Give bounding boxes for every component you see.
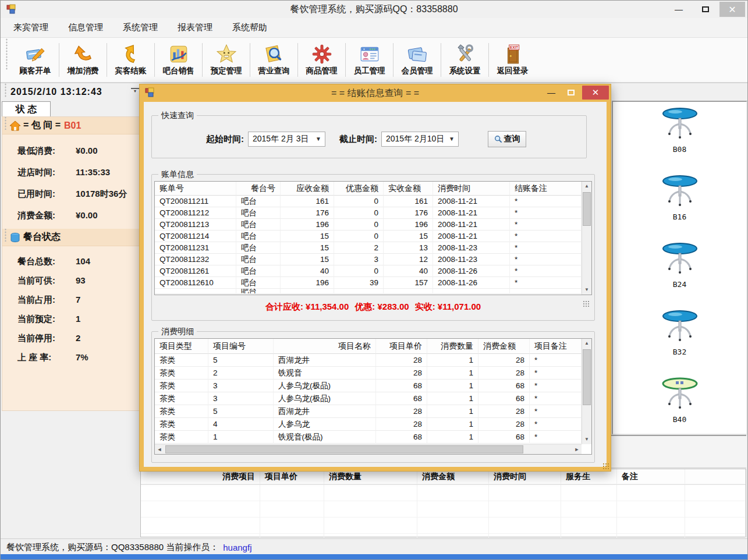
bill-row[interactable]: QT2008112610吧台196391572008-11-26* [155,277,582,289]
column-header[interactable]: 项目名称 [274,339,376,354]
clock-grip[interactable] [4,83,7,97]
dialog-minimize-button[interactable]: — [543,86,560,100]
column-header[interactable]: 消费金额 [478,339,530,354]
menu-item[interactable]: 报表管理 [178,22,212,33]
table-item-b32[interactable]: B32 [613,304,746,372]
column-header[interactable]: 项目单价 [376,339,427,354]
tab-status[interactable]: 状 态 [2,101,51,117]
field-value: 11:35:33 [76,167,110,178]
end-date-picker[interactable]: 2015年 2月10日 ▼ [381,132,459,147]
toolbar-button-add-consume[interactable]: 增加消费 [59,40,107,80]
toolbar-button-bar-sales[interactable]: 吧台销售 [155,40,202,80]
menu-item[interactable]: 信息管理 [68,22,103,33]
toolbar-button-system-settings[interactable]: 系统设置 [441,40,488,80]
resize-grip[interactable] [583,300,590,307]
bill-row[interactable]: QT200811214吧台150152008-11-21* [155,231,582,242]
status-field-row: 消费金额: ¥0.00 [2,205,139,226]
toolbar-button-goods-manage[interactable]: 商品管理 [298,40,345,80]
column-header[interactable]: 项目编号 [208,339,274,354]
column-header[interactable]: 备注 [617,469,685,484]
maximize-button[interactable] [693,2,718,17]
toolbar-button-staff-manage[interactable]: 员工管理 [346,40,393,80]
statusbar: 餐饮管理系统，购买源码：QQ83358880 当前操作员： huangfj [1,538,747,556]
toolbar-grip[interactable] [5,38,8,70]
field-label: 当前预定: [17,314,65,325]
details-horizontal-scrollbar[interactable]: ◄ ► [155,444,582,454]
scroll-left-icon[interactable]: ◄ [155,445,164,454]
goods-manage-icon [311,44,332,65]
scroll-up-icon[interactable]: ▲ [582,339,591,348]
bills-group-title: 账单信息 [158,169,197,180]
scrollbar-thumb[interactable] [165,445,523,453]
column-header[interactable]: 实收金额 [384,182,433,196]
table-item-b16[interactable]: B16 [613,169,746,237]
menu-item[interactable]: 来宾管理 [13,22,48,33]
bar-sales-icon [168,44,189,65]
details-vertical-scrollbar[interactable]: ▲ ▼ [582,339,591,444]
home-icon [9,120,21,132]
minimize-button[interactable]: — [666,2,692,17]
toolbar-button-guest-checkout[interactable]: 宾客结账 [107,40,154,80]
menu-item[interactable]: 系统帮助 [232,22,267,33]
table-item-b24[interactable]: B24 [613,237,746,304]
detail-row[interactable]: 茶类4人参乌龙28128* [155,418,582,431]
reservation-icon [216,44,237,65]
field-value: 104 [76,256,90,267]
total-due: 合计应收: ¥11,354.00 [265,302,349,313]
column-header[interactable]: 项目类型 [155,339,208,354]
column-header[interactable] [685,469,746,484]
column-header[interactable]: 应收金额 [281,182,334,196]
discount-total: 优惠: ¥283.00 [354,302,409,313]
scroll-up-icon[interactable]: ▲ [582,182,591,191]
scroll-right-icon[interactable]: ► [572,445,582,454]
field-label: 最低消费: [17,146,65,157]
detail-row[interactable]: 茶类5西湖龙井28128* [155,405,582,418]
bill-row[interactable]: QT200811212吧台17601762008-11-21* [155,207,582,219]
dialog-title: = = 结账信息查询 = = [140,87,611,100]
dialog-titlebar[interactable]: = = 结账信息查询 = = — ✕ [140,84,611,102]
bill-row[interactable]: QT200811232吧台153122008-11-23* [155,254,582,265]
toolbar-overflow-button[interactable]: ▾ [131,88,139,97]
column-header[interactable]: 项目备注 [530,339,582,354]
dialog-maximize-button[interactable] [562,86,580,100]
menu-item[interactable]: 系统管理 [123,22,158,33]
column-header[interactable]: 消费数量 [427,339,478,354]
round-table-icon [658,242,702,279]
detail-row[interactable]: 茶类2铁观音28128* [155,367,582,380]
detail-row[interactable]: 茶类3人参乌龙(极品)68168* [155,392,582,405]
detail-row[interactable]: 茶类3人参乌龙(极品)68168* [155,380,582,392]
dialog-maximize-icon [568,90,575,95]
query-button[interactable]: 查询 [488,131,526,147]
table-item-b08[interactable]: B08 [613,102,746,169]
table-item-b40[interactable]: B40 [613,372,746,440]
scroll-down-icon[interactable]: ▼ [582,285,591,295]
toolbar-button-reservation[interactable]: 预定管理 [203,40,250,80]
bills-vertical-scrollbar[interactable]: ▲ ▼ [582,182,591,295]
column-header[interactable]: 账单号 [155,182,236,196]
scroll-down-icon[interactable]: ▼ [582,435,591,444]
toolbar-button-business-query[interactable]: 营业查询 [250,40,297,80]
close-button[interactable]: ✕ [719,2,745,17]
dialog-resize-grip[interactable] [602,463,609,470]
scrollbar-thumb[interactable] [583,192,591,226]
column-header[interactable]: 消费时间 [433,182,510,196]
guest-checkout-icon [120,44,141,65]
field-label: 餐台总数: [17,256,65,267]
bill-row[interactable]: QT200811213吧台19601962008-11-21* [155,219,582,231]
column-header[interactable]: 餐台号 [236,182,281,196]
toolbar-button-open-order[interactable]: 顾客开单 [12,40,59,80]
scrollbar-thumb[interactable] [583,349,591,405]
toolbar-button-logout[interactable]: EXIT 返回登录 [489,40,536,80]
bill-row[interactable]: QT200811231吧台152132008-11-23* [155,242,582,254]
toolbar-button-member-manage[interactable]: 会员管理 [394,40,441,80]
bills-table-rows: QT200811211吧台16101612008-11-21* QT200811… [155,196,582,289]
dialog-close-button[interactable]: ✕ [582,86,609,100]
detail-row[interactable]: 茶类1铁观音(极品)68168* [155,431,582,444]
column-header[interactable]: 结账备注 [510,182,582,196]
column-header[interactable]: 优惠金额 [334,182,384,196]
detail-row[interactable]: 茶类5西湖龙井28128* [155,354,582,367]
room-id: B01 [64,120,81,131]
start-date-picker[interactable]: 2015年 2月 3日 ▼ [248,132,325,147]
bill-row[interactable]: QT200811261吧台400402008-11-26* [155,265,582,277]
bill-row[interactable]: QT200811211吧台16101612008-11-21* [155,196,582,207]
